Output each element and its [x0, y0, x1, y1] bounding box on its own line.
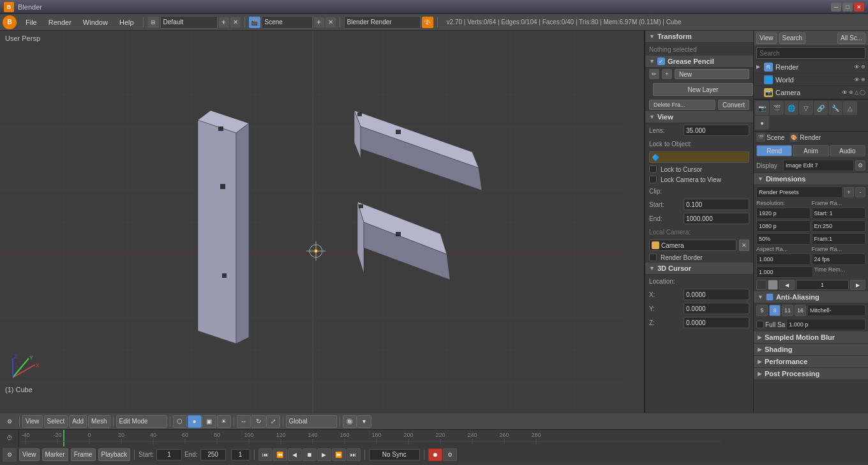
full-sample-check[interactable]	[756, 321, 764, 328]
frame-button[interactable]: Frame	[71, 448, 96, 461]
frame-value-1[interactable]: 1	[796, 280, 849, 290]
add-button[interactable]: Add	[69, 415, 87, 428]
display-settings-button[interactable]: ⚙	[855, 160, 865, 171]
lock-camera-check[interactable]	[649, 176, 657, 183]
scale-tool[interactable]: ⤢	[266, 415, 280, 428]
scene-add-button[interactable]: +	[314, 17, 324, 27]
view-section[interactable]: ▼ View	[645, 111, 753, 123]
anti-aliasing-section[interactable]: ▼ Anti-Aliasing	[754, 291, 868, 303]
texture-button[interactable]: ▣	[202, 415, 216, 428]
timeline-ruler[interactable]: -40 -20 0 20 40 60 80 100 120 140 160 18…	[19, 430, 868, 446]
rend-tab[interactable]: Rend	[756, 145, 792, 156]
dimensions-section[interactable]: ▼ Dimensions	[754, 173, 868, 185]
percent-field[interactable]: 50%	[756, 233, 811, 245]
minimize-button[interactable]: ─	[831, 3, 841, 11]
color-swatch-black[interactable]	[756, 280, 767, 290]
layout-dropdown[interactable]: Default	[160, 16, 218, 29]
all-scenes-button[interactable]: All Sc...	[837, 33, 865, 44]
step-back-button[interactable]: ⏪	[273, 448, 287, 461]
search-input[interactable]	[756, 47, 865, 59]
aa-8-button[interactable]: 8	[769, 305, 781, 316]
outliner-item-camera[interactable]: 📷 Camera 👁 ⊕ △ ◯	[754, 86, 868, 99]
clip-start-field[interactable]: 0.100	[684, 199, 749, 210]
clip-end-field[interactable]: 1000.000	[684, 213, 749, 224]
material-tab[interactable]: ●	[755, 116, 769, 130]
new-layer-button[interactable]: New Layer	[653, 83, 753, 96]
play-back-button[interactable]: ◀	[288, 448, 302, 461]
step-forward-button[interactable]: ⏩	[332, 448, 346, 461]
arrow-right[interactable]: ▶	[850, 280, 865, 290]
layout-add-button[interactable]: +	[219, 17, 229, 27]
stop-button[interactable]: ⏹	[303, 448, 317, 461]
translate-tool[interactable]: ↔	[237, 415, 251, 428]
convert-button[interactable]: Convert	[718, 100, 749, 110]
snap-options-button[interactable]: ▼	[357, 415, 371, 428]
statusbar-icon[interactable]: ⚙	[3, 448, 17, 462]
cursor-3d-section[interactable]: ▼ 3D Cursor	[645, 263, 753, 275]
grease-pencil-section[interactable]: ▼ ✓ Grease Pencil	[645, 56, 753, 68]
view-outliner-button[interactable]: View	[756, 33, 777, 44]
performance-section[interactable]: ▶ Performance	[754, 356, 868, 368]
render-engine-dropdown[interactable]: Blender Render	[344, 16, 421, 29]
jump-end-button[interactable]: ⏭	[347, 448, 361, 461]
window-menu[interactable]: Window	[78, 16, 113, 29]
presets-remove-button[interactable]: -	[855, 187, 865, 197]
aa-5-button[interactable]: 5	[756, 305, 768, 316]
start-frame-input[interactable]: 1	[156, 449, 182, 461]
arrow-left[interactable]: ◀	[779, 280, 795, 290]
lock-cursor-check[interactable]	[649, 165, 657, 173]
post-processing-section[interactable]: ▶ Post Processing	[754, 368, 868, 380]
play-forward-button[interactable]: ▶	[317, 448, 331, 461]
grease-pencil-check[interactable]: ✓	[657, 57, 665, 65]
snap-button[interactable]: 🔘	[343, 415, 357, 428]
sync-mode-dropdown[interactable]: No Sync	[369, 449, 420, 461]
jump-start-button[interactable]: ⏮	[258, 448, 273, 461]
render-menu[interactable]: Render	[43, 16, 77, 29]
scene-remove-button[interactable]: ✕	[326, 17, 336, 27]
transform-section[interactable]: ▼ Transform	[645, 31, 753, 43]
height-field[interactable]: 1080 p	[756, 220, 811, 232]
end-frame-input[interactable]: 250	[200, 449, 226, 461]
playback-button[interactable]: Playback	[98, 448, 131, 461]
scene-dropdown[interactable]: Scene	[262, 16, 313, 29]
record-options-button[interactable]: ⚙	[443, 448, 457, 461]
close-button[interactable]: ✕	[854, 3, 864, 11]
add-icon[interactable]: +	[662, 69, 672, 79]
y-field[interactable]: 0.0000	[684, 303, 749, 314]
record-button[interactable]: ⏺	[428, 448, 442, 461]
layout-remove-button[interactable]: ✕	[230, 17, 241, 27]
current-frame-input[interactable]: 1	[231, 449, 250, 461]
mitchell-field[interactable]: Mitchell-	[807, 305, 865, 316]
x-field[interactable]: 0.0000	[684, 289, 749, 300]
camera-field[interactable]: Camera	[649, 240, 737, 251]
world-tab[interactable]: 🌐	[784, 101, 798, 115]
aspect-y-field[interactable]: 1.000	[756, 266, 813, 278]
outliner-item-world[interactable]: 🌐 World 👁 ⊕	[754, 73, 868, 86]
transform-space-dropdown[interactable]: Global	[286, 415, 337, 428]
mode-dropdown[interactable]: Edit Mode	[116, 415, 167, 428]
scene-tab[interactable]: 🎬	[770, 101, 784, 115]
shading-section[interactable]: ▶ Shading	[754, 344, 868, 356]
viewport-3d[interactable]: User Persp	[0, 31, 645, 413]
delete-frame-button[interactable]: Delete Fra...	[649, 100, 715, 110]
aa-11-button[interactable]: 11	[782, 305, 793, 316]
anim-tab[interactable]: Anim	[793, 145, 828, 156]
image-edit-field[interactable]: Image Edit 7	[783, 160, 854, 171]
solid-button[interactable]: ●	[188, 415, 202, 428]
z-field[interactable]: 0.0000	[684, 317, 749, 328]
search-button[interactable]: Search	[779, 33, 806, 44]
aspect-x-field[interactable]: 1.000	[756, 254, 811, 265]
data-tab[interactable]: △	[843, 101, 857, 115]
maximize-button[interactable]: □	[842, 3, 853, 11]
modifier-tab[interactable]: 🔧	[828, 101, 842, 115]
wireframe-button[interactable]: ⬡	[173, 415, 187, 428]
constraints-tab[interactable]: 🔗	[814, 101, 828, 115]
render-presets-field[interactable]: Render Presets	[756, 187, 842, 198]
outliner-item-render[interactable]: ▶ R Render 👁 ⊕	[754, 61, 868, 73]
aa-16-button[interactable]: 16	[795, 305, 806, 316]
aa-check[interactable]	[766, 293, 774, 301]
select-button[interactable]: Select	[44, 415, 68, 428]
new-button[interactable]: New	[675, 69, 749, 79]
render-border-check[interactable]	[649, 254, 657, 261]
end-frame-field[interactable]: En:250	[812, 220, 866, 232]
